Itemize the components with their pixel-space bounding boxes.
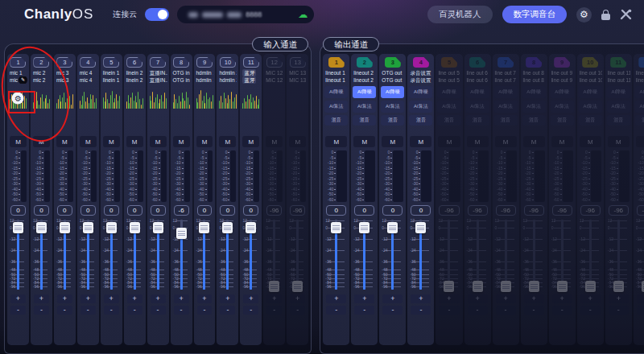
mix-button[interactable]: 混音	[551, 115, 574, 126]
gain-value[interactable]: 0	[354, 205, 374, 216]
channel-settings-icon[interactable]: ⚙	[12, 93, 24, 105]
fader-track[interactable]	[477, 220, 479, 290]
fader-handle[interactable]	[60, 222, 70, 233]
mute-button[interactable]: M	[580, 136, 601, 147]
volume-fader[interactable]: 120-12-24-36-48-60-72-84-96	[466, 218, 489, 292]
gain-increase-button[interactable]: +	[468, 294, 488, 303]
device-address-field[interactable]: 8888 ☁	[177, 6, 314, 23]
mute-button[interactable]: M	[242, 136, 259, 147]
mix-button[interactable]: 混音	[324, 115, 348, 126]
gain-decrease-button[interactable]: -	[290, 306, 305, 315]
gain-decrease-button[interactable]: -	[243, 306, 258, 315]
mute-button[interactable]: M	[467, 136, 489, 147]
mix-button[interactable]: 混音	[579, 115, 602, 126]
ai-noise-button[interactable]: AI降噪	[381, 86, 404, 98]
fader-handle[interactable]	[106, 222, 117, 233]
mix-button[interactable]: 混音	[409, 115, 432, 126]
mute-button[interactable]: M	[438, 136, 460, 147]
channel-number-tab[interactable]: 7	[150, 57, 166, 68]
gain-increase-button[interactable]: +	[637, 294, 644, 303]
mute-button[interactable]: M	[636, 136, 644, 147]
mute-button[interactable]: M	[382, 136, 403, 147]
mix-button[interactable]: 混音	[437, 115, 460, 126]
gain-value[interactable]: -96	[266, 205, 282, 216]
gain-value[interactable]: 0	[151, 205, 166, 216]
mute-button[interactable]: M	[551, 136, 573, 147]
ai-algo-button[interactable]: AI算法	[381, 101, 404, 113]
fader-track[interactable]	[296, 220, 299, 290]
mute-button[interactable]: M	[353, 136, 375, 147]
fader-track[interactable]	[273, 220, 275, 290]
gain-value[interactable]: 0	[57, 205, 72, 216]
fader-handle[interactable]	[415, 222, 426, 233]
channel-number-tab[interactable]: 8	[526, 57, 542, 68]
gain-value[interactable]: -96	[609, 205, 629, 216]
mute-button[interactable]: M	[325, 136, 347, 147]
gain-value[interactable]: 0	[411, 205, 431, 216]
gain-value[interactable]: 0	[243, 205, 258, 216]
volume-fader[interactable]: 120-12-24-36-48-60-72-84-96	[196, 218, 214, 292]
channel-number-tab[interactable]: 9	[196, 57, 213, 68]
ai-algo-button[interactable]: AI算法	[353, 101, 376, 113]
ai-noise-button[interactable]: AI降噪	[607, 86, 630, 98]
gain-decrease-button[interactable]: -	[80, 306, 96, 315]
channel-number-tab[interactable]: 9	[554, 57, 570, 68]
fader-track[interactable]	[505, 220, 507, 290]
ai-algo-button[interactable]: AI算法	[579, 101, 602, 113]
volume-fader[interactable]: 120-12-24-36-48-60-72-84-96	[551, 218, 574, 292]
volume-fader[interactable]: 120-12-24-36-48-60-72-84-96	[607, 218, 630, 292]
volume-fader[interactable]: 120-12-24-36-48-60-72-84-96	[288, 218, 307, 292]
fader-handle[interactable]	[269, 281, 279, 292]
fader-handle[interactable]	[199, 222, 209, 233]
gain-increase-button[interactable]: +	[57, 294, 72, 303]
gain-value[interactable]: 0	[382, 205, 402, 216]
ai-noise-button[interactable]: AI降噪	[324, 86, 348, 98]
fader-handle[interactable]	[222, 222, 233, 233]
gain-increase-button[interactable]: +	[609, 294, 629, 303]
mute-button[interactable]: M	[33, 136, 50, 147]
ai-algo-button[interactable]: AI算法	[466, 101, 489, 113]
gain-value[interactable]: 0	[10, 205, 26, 216]
ai-noise-button[interactable]: AI降噪	[522, 86, 546, 98]
gain-decrease-button[interactable]: -	[104, 306, 119, 315]
channel-number-tab[interactable]: 11	[610, 57, 626, 68]
channel-number-tab[interactable]: 3	[385, 57, 401, 68]
ai-noise-button[interactable]: AI降噪	[409, 86, 432, 98]
mute-button[interactable]: M	[523, 136, 545, 147]
gain-value[interactable]: 0	[220, 205, 235, 216]
mute-button[interactable]: M	[126, 136, 143, 147]
mute-button[interactable]: M	[80, 136, 97, 147]
gain-decrease-button[interactable]: -	[580, 306, 601, 315]
gain-increase-button[interactable]: +	[151, 294, 166, 303]
ai-algo-button[interactable]: AI算法	[494, 101, 518, 113]
gain-decrease-button[interactable]: -	[266, 306, 282, 315]
gain-value[interactable]: 0	[326, 205, 346, 216]
fader-handle[interactable]	[246, 222, 256, 233]
fader-track[interactable]	[561, 220, 564, 290]
volume-fader[interactable]: 120-12-24-36-48-60-72-84-96	[126, 218, 144, 292]
channel-number-tab[interactable]: 5	[103, 57, 119, 68]
mute-button[interactable]: M	[196, 136, 213, 147]
mute-button[interactable]: M	[56, 136, 73, 147]
fader-handle[interactable]	[444, 281, 454, 292]
fader-track[interactable]	[533, 220, 535, 290]
cloud-connect-toggle[interactable]	[145, 8, 169, 21]
channel-number-tab[interactable]: 6	[469, 57, 485, 68]
volume-fader[interactable]: 120-12-24-36-48-60-72-84-96	[409, 218, 432, 292]
gain-increase-button[interactable]: +	[354, 294, 374, 303]
mute-button[interactable]: M	[103, 136, 120, 147]
volume-fader[interactable]: 120-12-24-36-48-60-72-84-96	[579, 218, 602, 292]
volume-fader[interactable]: 120-12-24-36-48-60-72-84-96	[102, 218, 121, 292]
mix-button[interactable]: 混音	[466, 115, 489, 126]
fader-track[interactable]	[589, 220, 592, 290]
edit-icon[interactable]: ✎	[19, 76, 27, 84]
volume-fader[interactable]: 120-12-24-36-48-60-72-84-96	[265, 218, 283, 292]
mix-button[interactable]: 混音	[635, 115, 644, 126]
volume-fader[interactable]: 120-12-24-36-48-60-72-84-96	[381, 218, 404, 292]
gain-decrease-button[interactable]: -	[220, 306, 235, 315]
mix-button[interactable]: 混音	[522, 115, 546, 126]
channel-number-tab[interactable]: 12	[266, 57, 283, 68]
gain-value[interactable]: -96	[580, 205, 601, 216]
gain-increase-button[interactable]: +	[439, 294, 459, 303]
gain-increase-button[interactable]: +	[496, 294, 516, 303]
